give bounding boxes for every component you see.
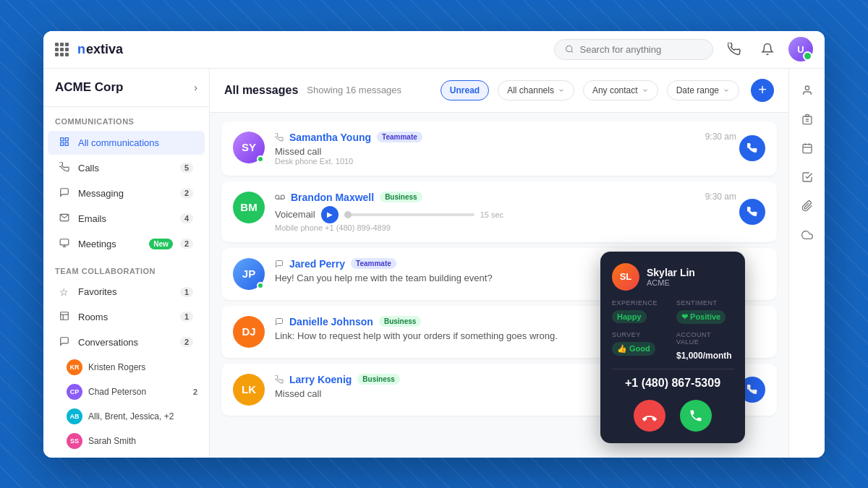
samantha-name: Samantha Young: [289, 132, 371, 143]
app-window: n extiva U ACME Corp › Communications: [43, 31, 825, 458]
audio-progress-dot: [344, 211, 352, 218]
call-channel-icon: [275, 133, 284, 142]
chad-badge: 2: [193, 388, 197, 396]
meetings-badge: 2: [180, 239, 193, 249]
grid-menu-icon[interactable]: [55, 43, 69, 56]
calls-badge: 5: [180, 163, 193, 173]
unread-filter-btn[interactable]: Unread: [441, 80, 489, 100]
samantha-tag: Teammate: [377, 132, 422, 142]
sidebar-item-calls[interactable]: Calls 5: [48, 156, 205, 180]
attachments-icon-btn[interactable]: [794, 193, 820, 219]
sidebar-item-messaging[interactable]: Messaging 2: [48, 181, 205, 205]
contacts-icon-btn[interactable]: [794, 77, 820, 103]
sarah-avatar: SS: [67, 433, 82, 449]
larry-avatar: LK: [233, 374, 265, 406]
sidebar-item-meetings[interactable]: Meetings New 2: [48, 232, 205, 256]
sentiment-stat: SENTIMENT ❤ Positive: [676, 299, 733, 324]
danielle-name: Danielle Johnson: [289, 316, 373, 328]
emails-label: Emails: [78, 213, 173, 224]
favorites-badge: 1: [180, 287, 193, 297]
emails-badge: 4: [180, 213, 193, 223]
user-avatar[interactable]: U: [788, 37, 813, 61]
samantha-body: Samantha Young Teammate Missed call Desk…: [275, 132, 729, 166]
main-body: ACME Corp › Communications All communica…: [43, 69, 825, 458]
brandon-tag: Business: [380, 192, 422, 202]
brandon-text: Voicemail: [275, 209, 315, 220]
svg-point-13: [276, 195, 279, 199]
right-icon-bar: [788, 69, 825, 458]
danielle-tag: Business: [379, 316, 421, 327]
sidebar-chevron-icon[interactable]: ›: [194, 82, 197, 93]
date-filter-btn[interactable]: Date range: [667, 80, 739, 100]
popup-phone: +1 (480) 867-5309: [612, 377, 733, 390]
popup-caller-name: Skylar Lin: [647, 267, 695, 278]
chad-label: Chad Peterson: [88, 387, 187, 397]
favorites-label: Favorites: [78, 286, 173, 297]
sidebar-item-emails[interactable]: Emails 4: [48, 207, 205, 231]
svg-point-14: [281, 195, 284, 199]
conversations-badge: 2: [180, 337, 193, 347]
brandon-body: Brandon Maxwell Business Voicemail ▶ 15 …: [275, 192, 729, 232]
phone-icon-btn[interactable]: [722, 37, 746, 61]
calendar-icon-btn[interactable]: [794, 135, 820, 161]
channels-filter-btn[interactable]: All channels: [498, 80, 574, 100]
emails-icon: [59, 213, 71, 225]
sentiment-value: ❤ Positive: [676, 310, 726, 324]
accept-call-button[interactable]: [680, 400, 712, 432]
rooms-label: Rooms: [78, 312, 173, 322]
popup-actions: [612, 400, 733, 432]
search-input[interactable]: [579, 44, 702, 55]
content-header: All messages Showing 16 messages Unread …: [210, 69, 788, 113]
popup-caller-company: ACME: [647, 278, 695, 287]
experience-value: Happy: [612, 310, 647, 323]
voicemail-bar: Voicemail ▶ 15 sec: [275, 206, 729, 223]
account-label: ACCOUNT VALUE: [676, 331, 733, 346]
message-card-samantha[interactable]: SY Samantha Young Teammate Missed call D…: [221, 121, 777, 176]
brandon-avatar: BM: [233, 192, 265, 223]
content-subtitle: Showing 16 messages: [307, 85, 401, 95]
add-button[interactable]: +: [751, 79, 774, 102]
sidebar-item-favorites[interactable]: ☆ Favorites 1: [48, 281, 205, 304]
contact-filter-btn[interactable]: Any contact: [583, 80, 658, 100]
larry-name: Larry Koenig: [289, 374, 352, 385]
svg-line-3: [571, 51, 573, 52]
sub-item-kristen[interactable]: KR Kristen Rogers: [43, 355, 209, 380]
svg-rect-18: [803, 116, 812, 124]
experience-label: EXPERIENCE: [612, 299, 669, 307]
svg-rect-7: [65, 142, 68, 145]
samantha-call-btn[interactable]: [739, 135, 765, 161]
search-bar[interactable]: [554, 39, 713, 60]
sidebar-item-all-comms[interactable]: All communications: [48, 131, 205, 155]
svg-rect-21: [803, 144, 812, 153]
brandon-call-btn[interactable]: [739, 199, 765, 225]
rooms-icon: [59, 311, 71, 323]
main-content: All messages Showing 16 messages Unread …: [210, 69, 788, 458]
sidebar-item-conversations[interactable]: Conversations 2: [48, 330, 205, 354]
tasks-icon-btn[interactable]: [794, 164, 820, 190]
team-collab-section-title: Team collaboration: [43, 257, 209, 280]
bell-icon-btn[interactable]: [755, 37, 780, 61]
audio-progress-bar[interactable]: [344, 213, 475, 216]
kristen-avatar: KR: [67, 359, 82, 375]
sub-item-chad[interactable]: CP Chad Peterson 2: [43, 380, 209, 404]
popup-header: SL Skylar Lin ACME: [612, 263, 733, 291]
content-title: All messages: [224, 84, 298, 97]
sub-item-alli[interactable]: AB Alli, Brent, Jessica, +2: [43, 404, 209, 429]
kristen-label: Kristen Rogers: [88, 362, 197, 372]
svg-rect-4: [61, 137, 64, 140]
alli-label: Alli, Brent, Jessica, +2: [88, 411, 197, 421]
sidebar-item-rooms[interactable]: Rooms 1: [48, 305, 205, 329]
clipboard-icon-btn[interactable]: [794, 106, 820, 132]
all-comms-label: All communications: [78, 137, 193, 148]
calls-label: Calls: [78, 163, 173, 174]
sidebar-org: ACME Corp ›: [43, 80, 209, 107]
calls-icon: [59, 162, 71, 174]
cloud-icon-btn[interactable]: [794, 222, 820, 248]
sub-item-sarah[interactable]: SS Sarah Smith: [43, 429, 209, 453]
chat-channel-icon: [275, 260, 284, 268]
decline-call-button[interactable]: [634, 400, 665, 432]
survey-stat: SURVEY 👍 Good: [612, 331, 669, 361]
contact-chevron-icon: [642, 87, 649, 94]
play-button[interactable]: ▶: [321, 206, 339, 223]
message-card-brandon[interactable]: BM Brandon Maxwell Business Voicemail ▶: [221, 181, 777, 242]
